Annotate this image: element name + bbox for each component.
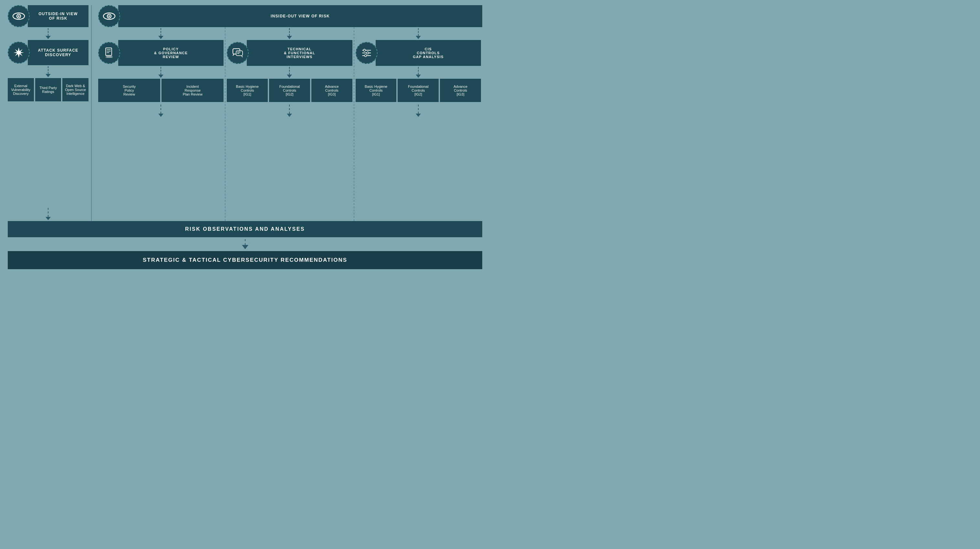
chat-icon: [227, 42, 249, 64]
svg-point-20: [363, 49, 366, 51]
cis-col: CIS CONTROLS GAP ANALYSIS Basic Hygiene …: [354, 27, 482, 221]
advance-controls-box: Advance Controls [IG3]: [311, 79, 352, 102]
arrow-1-left: [46, 27, 51, 40]
outside-in-row: OUTSIDE-IN VIEW OF RISK: [8, 5, 89, 27]
foundational-controls-box: Foundational Controls [IG2]: [269, 79, 310, 102]
outside-in-label: OUTSIDE-IN VIEW OF RISK: [28, 5, 89, 27]
inside-out-label: INSIDE-OUT VIEW OF RISK: [118, 5, 482, 27]
svg-rect-15: [237, 52, 241, 52]
policy-arrow-3: [158, 102, 164, 118]
incident-response-box: Incident Response Plan Review: [162, 79, 224, 102]
policy-sub-boxes: Security Policy Review Incident Response…: [98, 79, 224, 102]
sliders-icon: [356, 42, 378, 64]
dark-web-box: Dark Web & Open Source Intelligence: [62, 78, 89, 102]
policy-arrow-2: [158, 66, 164, 79]
arrow-3-left: [46, 205, 51, 221]
cis-foundational-box: Foundational Controls [IG2]: [398, 79, 439, 102]
policy-label: POLICY & GOVERNANCE REVIEW: [118, 40, 224, 66]
cis-arrow-1: [416, 27, 421, 40]
attack-surface-label: ATTACK SURFACE DISCOVERY: [28, 40, 89, 65]
doc-icon: [98, 42, 120, 64]
technical-label: TECHNICAL & FUNCTIONAL INTERVIEWS: [247, 40, 352, 66]
eye-icon-left: [8, 5, 30, 27]
svg-point-22: [364, 54, 367, 57]
svg-point-21: [367, 52, 369, 54]
technical-col-inner: TECHNICAL & FUNCTIONAL INTERVIEWS Basic …: [227, 27, 352, 118]
svg-rect-10: [107, 52, 109, 53]
risk-observations-bar: RISK OBSERVATIONS AND ANALYSES: [8, 221, 482, 237]
eye-icon-right: [98, 5, 120, 27]
content-area: OUTSIDE-IN VIEW OF RISK ATTACK SURFACE D…: [8, 5, 482, 221]
burst-icon: [8, 42, 30, 63]
cis-sub-boxes: Basic Hygiene Controls [IG1] Foundationa…: [356, 79, 481, 102]
policy-icon-row: POLICY & GOVERNANCE REVIEW: [98, 40, 224, 66]
policy-col: POLICY & GOVERNANCE REVIEW Security Poli…: [97, 27, 226, 221]
policy-col-inner: POLICY & GOVERNANCE REVIEW Security Poli…: [98, 27, 224, 118]
svg-rect-8: [107, 49, 110, 50]
svg-point-2: [18, 16, 20, 17]
policy-arrow-1: [158, 27, 164, 40]
attack-surface-row: ATTACK SURFACE DISCOVERY: [8, 40, 89, 65]
cis-icon-row: CIS CONTROLS GAP ANALYSIS: [356, 40, 481, 66]
tech-arrow-2: [287, 66, 292, 79]
inside-out-row: INSIDE-OUT VIEW OF RISK: [97, 5, 482, 27]
svg-marker-3: [14, 48, 24, 58]
strategic-bar: STRATEGIC & TACTICAL CYBERSECURITY RECOM…: [8, 251, 482, 269]
svg-rect-9: [107, 51, 110, 52]
basic-hygiene-box: Basic Hygiene Controls [IG1]: [227, 79, 268, 102]
technical-col: TECHNICAL & FUNCTIONAL INTERVIEWS Basic …: [226, 27, 354, 221]
diagram-container: OUTSIDE-IN VIEW OF RISK ATTACK SURFACE D…: [0, 0, 490, 274]
left-panel: OUTSIDE-IN VIEW OF RISK ATTACK SURFACE D…: [8, 5, 92, 221]
tech-arrow-1: [287, 27, 292, 40]
cis-advance-box: Advance Controls [IG3]: [440, 79, 481, 102]
cis-basic-box: Basic Hygiene Controls [IG1]: [356, 79, 397, 102]
cis-label: CIS CONTROLS GAP ANALYSIS: [375, 40, 481, 66]
tech-sub-boxes: Basic Hygiene Controls [IG1] Foundationa…: [227, 79, 352, 102]
svg-point-6: [108, 16, 110, 17]
left-sub-boxes: External Vulnerability Discovery Third P…: [8, 78, 89, 102]
svg-rect-14: [236, 51, 243, 56]
cis-col-inner: CIS CONTROLS GAP ANALYSIS Basic Hygiene …: [356, 27, 481, 118]
tech-icon-row: TECHNICAL & FUNCTIONAL INTERVIEWS: [227, 40, 352, 66]
security-policy-box: Security Policy Review: [98, 79, 160, 102]
right-columns: POLICY & GOVERNANCE REVIEW Security Poli…: [97, 27, 482, 221]
third-party-box: Third Party Ratings: [35, 78, 61, 102]
external-vuln-box: External Vulnerability Discovery: [8, 78, 34, 102]
center-arrow: [8, 237, 482, 251]
arrow-2-left: [46, 65, 51, 78]
right-panel: INSIDE-OUT VIEW OF RISK: [92, 5, 482, 221]
tech-arrow-3: [287, 102, 292, 118]
svg-rect-7: [106, 48, 112, 56]
cis-arrow-3: [416, 102, 421, 118]
cis-arrow-2: [416, 66, 421, 79]
svg-rect-16: [237, 53, 240, 54]
